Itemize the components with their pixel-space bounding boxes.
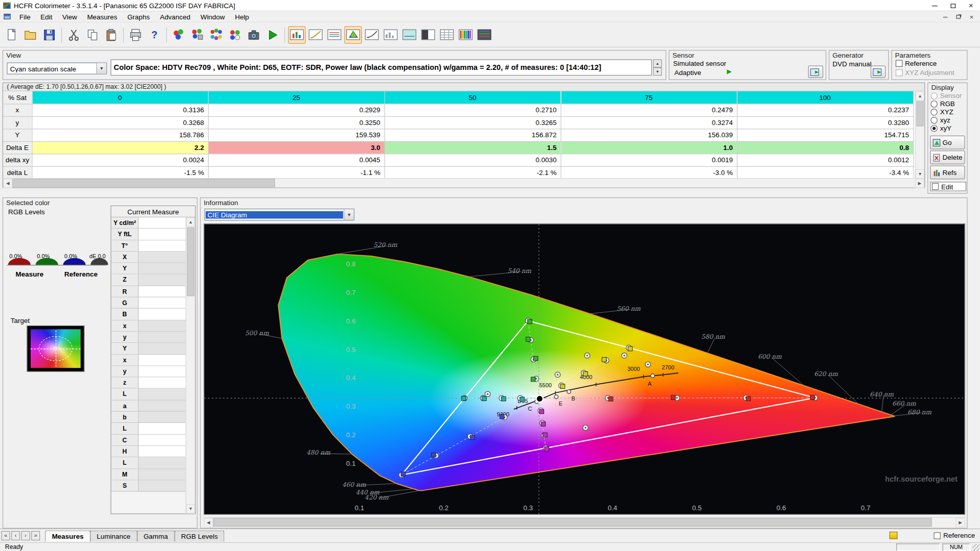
cut-button[interactable] xyxy=(65,26,82,43)
tab-scroll-left-button[interactable]: ‹ xyxy=(11,531,20,540)
snapshot-button[interactable] xyxy=(245,26,262,43)
display-radio-xyz[interactable]: XYZ xyxy=(928,108,968,116)
measure-cell[interactable]: 0.0012 xyxy=(737,154,913,166)
print-button[interactable] xyxy=(127,26,144,43)
measure-cell[interactable]: 0.2929 xyxy=(208,104,384,116)
measure-cell[interactable]: 1.0 xyxy=(560,141,737,154)
resize-grip[interactable] xyxy=(972,544,979,551)
tab-measures[interactable]: Measures xyxy=(45,530,90,541)
measure-cell[interactable]: 0.3136 xyxy=(32,104,208,116)
column-header[interactable]: 50 xyxy=(384,91,560,104)
measure-cell[interactable]: 0.3265 xyxy=(384,116,560,129)
minimize-button[interactable] xyxy=(925,0,944,11)
refs-button[interactable]: Refs xyxy=(930,165,965,179)
close-button[interactable]: × xyxy=(962,0,980,11)
reference-checkbox[interactable]: Reference xyxy=(896,59,937,67)
column-header[interactable]: 0 xyxy=(32,91,208,104)
save-file-button[interactable] xyxy=(41,26,58,43)
maximize-button[interactable] xyxy=(944,0,962,11)
measure-grayscale-button[interactable] xyxy=(170,26,187,43)
go-button[interactable]: Go xyxy=(930,136,965,149)
chevron-down-icon[interactable]: ▼ xyxy=(96,63,107,74)
edit-checkbox[interactable]: Edit xyxy=(930,182,966,191)
menu-file[interactable]: File xyxy=(14,12,35,22)
scroll-thumb[interactable] xyxy=(213,518,932,527)
measure-cell[interactable]: 0.0019 xyxy=(560,154,737,166)
measure-cell[interactable]: 0.3268 xyxy=(32,116,208,129)
current-measure-vscrollbar[interactable]: ▲ ▼ xyxy=(186,217,195,513)
tab-scroll-last-button[interactable]: » xyxy=(31,531,40,540)
measure-cell[interactable]: 0.2710 xyxy=(384,104,560,116)
measures-hscrollbar[interactable]: ◀ ▶ xyxy=(3,178,924,187)
view-colortemp-button[interactable] xyxy=(401,26,418,43)
measure-cell[interactable]: -3.0 % xyxy=(560,166,737,179)
chevron-down-icon[interactable]: ▼ xyxy=(344,209,354,220)
run-measures-button[interactable] xyxy=(264,26,281,43)
menu-edit[interactable]: Edit xyxy=(35,12,57,22)
measure-cell[interactable]: 3.0 xyxy=(208,141,384,154)
scroll-thumb[interactable] xyxy=(187,228,194,296)
measure-cell[interactable]: 154.715 xyxy=(737,129,913,141)
measure-cell[interactable]: 159.539 xyxy=(208,129,384,141)
menu-advanced[interactable]: Advanced xyxy=(155,12,195,22)
scroll-right-icon[interactable]: ▶ xyxy=(915,179,924,188)
tab-gamma[interactable]: Gamma xyxy=(137,530,175,541)
measure-cell[interactable]: 0.0024 xyxy=(32,154,208,166)
mdi-document-icon[interactable] xyxy=(4,14,10,19)
view-contrast-button[interactable] xyxy=(420,26,437,43)
view-smpte-button[interactable] xyxy=(457,26,474,43)
scroll-left-icon[interactable]: ◀ xyxy=(204,518,213,527)
measure-cell[interactable]: 156.039 xyxy=(560,129,737,141)
measure-cell[interactable]: -2.1 % xyxy=(384,166,560,179)
info-spinner[interactable]: ▲▼ xyxy=(653,59,662,76)
tab-scroll-right-button[interactable]: › xyxy=(21,531,30,540)
view-settings-button[interactable] xyxy=(476,26,493,43)
view-gamma-button[interactable] xyxy=(307,26,324,43)
measure-cell[interactable]: 158.786 xyxy=(32,129,208,141)
copy-button[interactable] xyxy=(84,26,101,43)
about-button[interactable]: ? xyxy=(145,26,163,43)
chart-hscrollbar[interactable]: ◀ ▶ xyxy=(204,517,965,527)
measures-vscrollbar[interactable]: ▲ ▼ xyxy=(915,91,924,179)
measure-cell[interactable]: 0.2237 xyxy=(737,104,913,116)
tab-rgb-levels[interactable]: RGB Levels xyxy=(174,530,225,541)
view-measures-grid-button[interactable] xyxy=(438,26,455,43)
spin-down-icon[interactable]: ▼ xyxy=(653,67,662,76)
measure-full-button[interactable] xyxy=(226,26,243,43)
view-mode-dropdown[interactable]: Cyan saturation scale ▼ xyxy=(7,62,107,74)
generator-config-button[interactable] xyxy=(871,66,886,78)
measure-cell[interactable]: 0.0030 xyxy=(384,154,560,166)
scroll-down-icon[interactable]: ▼ xyxy=(916,169,924,179)
scroll-down-icon[interactable]: ▼ xyxy=(186,504,195,513)
menu-graphs[interactable]: Graphs xyxy=(122,12,155,22)
scroll-thumb[interactable] xyxy=(12,179,275,187)
measure-cell[interactable]: 0.2479 xyxy=(560,104,737,116)
tab-luminance[interactable]: Luminance xyxy=(90,530,137,541)
column-header[interactable]: 25 xyxy=(208,91,384,104)
scroll-right-icon[interactable]: ▶ xyxy=(955,518,965,527)
scroll-left-icon[interactable]: ◀ xyxy=(3,179,12,188)
mdi-restore-button[interactable] xyxy=(952,12,964,21)
reference-toggle[interactable]: Reference xyxy=(934,532,975,539)
measure-cell[interactable]: 0.3280 xyxy=(737,116,913,129)
measure-primaries-button[interactable] xyxy=(189,26,206,43)
measure-cell[interactable]: 0.8 xyxy=(737,141,913,154)
menu-help[interactable]: Help xyxy=(230,12,254,22)
delete-button[interactable]: Delete xyxy=(930,151,965,164)
scroll-thumb[interactable] xyxy=(916,101,924,126)
menu-window[interactable]: Window xyxy=(195,12,230,22)
display-radio-xyz[interactable]: xyz xyxy=(928,116,968,124)
open-file-button[interactable] xyxy=(22,26,39,43)
mdi-minimize-button[interactable] xyxy=(939,12,951,21)
column-header[interactable]: 100 xyxy=(737,91,913,104)
view-grayscale-button[interactable] xyxy=(288,26,305,43)
scroll-up-icon[interactable]: ▲ xyxy=(916,91,924,101)
measure-cell[interactable]: 156.872 xyxy=(384,129,560,141)
measure-cell[interactable]: 1.5 xyxy=(384,141,560,154)
tab-scroll-first-button[interactable]: « xyxy=(1,531,10,540)
view-cie-diagram-button[interactable] xyxy=(345,26,362,43)
measure-cell[interactable]: 0.3250 xyxy=(208,116,384,129)
new-file-button[interactable] xyxy=(3,26,20,43)
measure-cell[interactable]: 2.2 xyxy=(32,141,208,154)
measure-cell[interactable]: 0.0045 xyxy=(208,154,384,166)
